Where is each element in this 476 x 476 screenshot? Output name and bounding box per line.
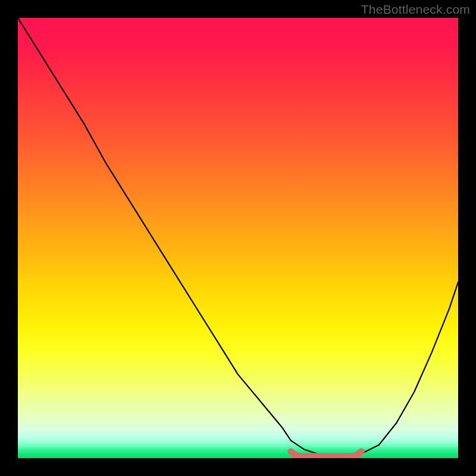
curve-layer — [18, 18, 458, 458]
chart-stage: TheBottleneck.com — [0, 0, 476, 476]
watermark-text: TheBottleneck.com — [361, 2, 470, 17]
plot-area — [18, 18, 458, 458]
bottleneck-curve — [18, 18, 458, 458]
optimal-range-marker — [291, 452, 361, 456]
